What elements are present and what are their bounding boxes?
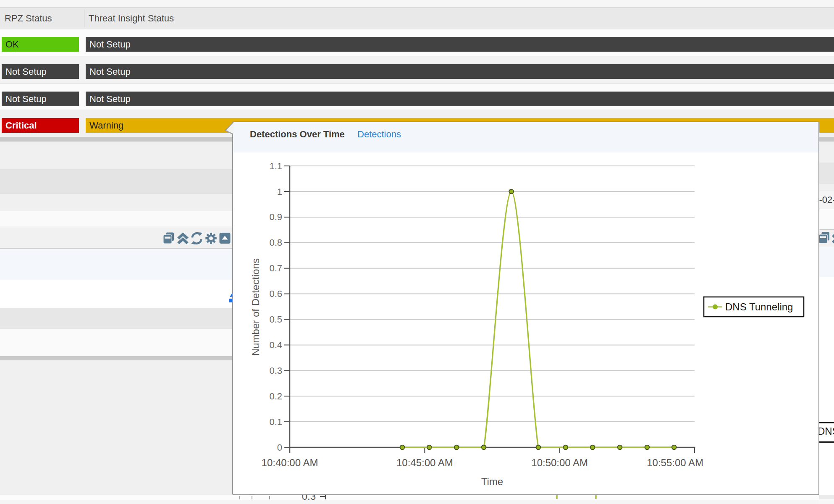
status-table-row: Not SetupNot Setup: [0, 84, 834, 110]
status-table-header: RPZ Status Threat Insight Status: [0, 7, 834, 30]
right-widget-band: [819, 499, 834, 504]
column-header-rpz-status[interactable]: RPZ Status: [5, 8, 52, 29]
x-tick-label: 10:50:00 AM: [531, 457, 588, 468]
column-header-threat-insight-status[interactable]: Threat Insight Status: [89, 8, 174, 29]
y-axis-title: Number of Detections: [250, 258, 261, 356]
y-tick-label: 0.2: [269, 391, 282, 402]
copy-icon[interactable]: [163, 232, 174, 244]
data-point-marker[interactable]: [509, 189, 514, 194]
restore-icon[interactable]: [219, 232, 231, 244]
x-tick-label: 10:55:00 AM: [647, 457, 703, 468]
collapse-icon-fragment[interactable]: [832, 231, 834, 244]
collapse-icon[interactable]: [177, 232, 189, 244]
status-badge-not-setup[interactable]: Not Setup: [2, 64, 79, 79]
settings-icon[interactable]: [205, 232, 217, 244]
right-widget-band: [819, 142, 834, 163]
right-widget-date-row: -02-: [819, 191, 834, 209]
copy-icon[interactable]: [818, 231, 830, 244]
status-badge-not-setup[interactable]: Not Setup: [86, 92, 834, 106]
x-tick-label: 10:40:00 AM: [262, 457, 318, 468]
legend-marker-dot: [713, 304, 718, 310]
x-axis-title: Time: [481, 476, 503, 487]
y-tick-label: 1: [277, 186, 282, 197]
y-tick-label: 0.5: [269, 314, 282, 325]
detections-popup: Detections Over Time Detections 00.10.20…: [232, 121, 819, 495]
right-widget-band: [819, 209, 834, 229]
right-widget-band: [819, 184, 834, 191]
dashboard-screen: RPZ Status Threat Insight Status OKNot S…: [0, 0, 834, 504]
y-tick-label: 0.7: [269, 263, 282, 273]
data-point-marker[interactable]: [672, 445, 677, 450]
data-point-marker[interactable]: [618, 445, 622, 450]
right-widget-band: [819, 277, 834, 495]
top-strip: [0, 0, 834, 7]
y-tick-label: 0.3: [269, 365, 282, 376]
column-divider: [84, 10, 84, 27]
y-tick-label: 0.4: [269, 340, 282, 350]
refresh-icon[interactable]: [191, 232, 202, 244]
status-badge-not-setup[interactable]: Not Setup: [86, 37, 834, 52]
status-table-row: Not SetupNot Setup: [0, 56, 834, 84]
y-tick-label: 0.1: [269, 417, 282, 427]
popup-callout-tail: [222, 119, 236, 137]
status-badge-not-setup[interactable]: Not Setup: [86, 64, 834, 79]
status-table-row: OKNot Setup: [0, 29, 834, 56]
right-widget-band: [819, 495, 834, 499]
data-point-marker[interactable]: [454, 445, 459, 450]
y-tick-label: 0: [277, 442, 282, 453]
right-widget-copy-icon-slot: [818, 231, 830, 244]
y-tick-label: 1.1: [269, 161, 282, 171]
legend-label[interactable]: DNS Tunneling: [725, 301, 793, 312]
data-point-marker[interactable]: [590, 445, 595, 450]
right-widget-sliver: -02- DNS Tunneling: [819, 142, 834, 504]
status-badge-critical[interactable]: Critical: [2, 118, 79, 133]
data-point-marker[interactable]: [536, 445, 541, 450]
data-point-marker[interactable]: [400, 445, 405, 450]
y-tick-label: 0.6: [269, 289, 282, 299]
data-point-marker[interactable]: [427, 445, 432, 450]
status-badge-not-setup[interactable]: Not Setup: [2, 92, 79, 106]
status-badge-ok[interactable]: OK: [2, 37, 79, 52]
y-tick-label: 0.9: [269, 212, 282, 222]
right-widget-legend-label: DNS Tunneling: [818, 425, 834, 437]
right-widget-band: [819, 163, 834, 184]
detections-over-time-chart: 00.10.20.30.40.50.60.70.80.911.110:40:00…: [233, 122, 818, 494]
x-tick-label: 10:45:00 AM: [396, 457, 453, 468]
data-point-marker[interactable]: [645, 445, 650, 450]
right-widget-band: [819, 247, 834, 277]
date-fragment: -02-: [819, 194, 834, 205]
hidden-chart-fragments: [232, 494, 819, 504]
data-point-marker[interactable]: [482, 445, 486, 450]
data-point-marker[interactable]: [564, 445, 568, 450]
widget-toolbar: [163, 232, 233, 244]
y-tick-label: 0.8: [269, 237, 282, 248]
